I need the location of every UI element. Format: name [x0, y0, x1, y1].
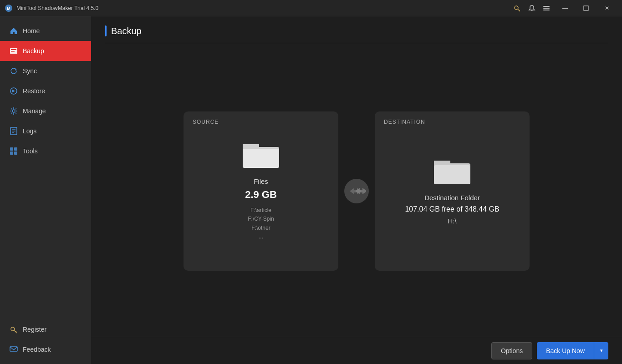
sidebar-label-sync: Sync: [23, 67, 37, 75]
sidebar-label-logs: Logs: [23, 127, 36, 135]
sidebar-bottom: Register Feedback: [0, 319, 91, 364]
logs-icon: [9, 126, 18, 136]
sidebar-item-register[interactable]: Register: [0, 319, 91, 339]
dropdown-arrow-icon: ▾: [600, 348, 603, 354]
sidebar-item-sync[interactable]: Sync: [0, 61, 91, 81]
sidebar-item-backup[interactable]: Backup: [0, 41, 91, 61]
svg-rect-29: [243, 149, 279, 168]
key-icon[interactable]: [511, 2, 524, 15]
destination-free: 107.04 GB free of 348.44 GB: [405, 205, 499, 213]
svg-rect-19: [10, 147, 13, 151]
source-name: Files: [254, 177, 268, 185]
sidebar-item-restore[interactable]: Restore: [0, 81, 91, 101]
backup-dropdown-button[interactable]: ▾: [594, 342, 608, 359]
window-controls: — ✕: [555, 0, 617, 16]
svg-point-14: [12, 110, 15, 112]
app-logo-icon: M: [5, 4, 13, 12]
source-label: SOURCE: [193, 119, 219, 125]
home-icon: [9, 26, 18, 35]
content-area: Backup SOURCE Files 2.9: [91, 16, 622, 337]
sidebar-item-tools[interactable]: Tools: [0, 141, 91, 161]
svg-rect-11: [11, 49, 16, 50]
source-size: 2.9 GB: [245, 189, 277, 201]
svg-rect-8: [543, 10, 550, 10]
bottom-bar: Options Back Up Now ▾: [91, 337, 622, 364]
svg-rect-22: [14, 152, 17, 155]
sidebar-label-home: Home: [23, 27, 40, 35]
options-button[interactable]: Options: [491, 342, 532, 359]
sidebar: Home Backup Sync: [0, 16, 91, 364]
tools-icon: [9, 147, 18, 156]
app-title: MiniTool ShadowMaker Trial 4.5.0: [16, 5, 98, 11]
menu-icon[interactable]: [540, 2, 553, 15]
backup-area: SOURCE Files 2.9 GB F:\article F:\CY-Sp: [105, 54, 608, 328]
destination-label: DESTINATION: [384, 119, 425, 125]
destination-name: Destination Folder: [424, 194, 480, 202]
page-title: Backup: [111, 26, 142, 36]
close-button[interactable]: ✕: [597, 0, 617, 16]
feedback-icon: [9, 345, 18, 354]
register-icon: [9, 325, 18, 334]
sidebar-item-feedback[interactable]: Feedback: [0, 339, 91, 359]
sidebar-item-home[interactable]: Home: [0, 21, 91, 41]
title-bar-left: M MiniTool ShadowMaker Trial 4.5.0: [5, 4, 98, 12]
restore-button[interactable]: [576, 0, 597, 16]
source-paths: F:\article F:\CY-Spin F:\other ...: [248, 206, 274, 241]
svg-rect-7: [543, 8, 550, 9]
sidebar-item-manage[interactable]: Manage: [0, 101, 91, 121]
main-layout: Home Backup Sync: [0, 16, 622, 364]
svg-rect-32: [434, 165, 470, 184]
arrow-icon: [344, 179, 369, 203]
manage-icon: [9, 106, 18, 116]
backup-now-button[interactable]: Back Up Now: [537, 342, 594, 359]
notification-icon[interactable]: [525, 2, 538, 15]
page-header: Backup: [105, 25, 608, 43]
destination-drive: H:\: [448, 217, 456, 225]
sidebar-label-tools: Tools: [23, 147, 38, 155]
sidebar-label-backup: Backup: [23, 47, 44, 55]
svg-rect-12: [11, 51, 15, 52]
arrow-area: [338, 179, 375, 203]
backup-now-group: Back Up Now ▾: [537, 342, 608, 359]
svg-rect-20: [14, 147, 17, 151]
sync-icon: [9, 66, 18, 76]
svg-point-23: [11, 327, 15, 331]
minimize-button[interactable]: —: [555, 0, 576, 16]
sidebar-label-register: Register: [23, 326, 46, 333]
destination-card[interactable]: DESTINATION Destination Folder 107.04 GB…: [375, 111, 530, 271]
header-accent-bar: [105, 25, 107, 36]
backup-icon: [9, 46, 18, 56]
svg-rect-6: [543, 6, 550, 7]
sidebar-label-feedback: Feedback: [23, 346, 51, 353]
source-folder-icon: [243, 141, 279, 170]
destination-folder-icon: [434, 157, 470, 187]
svg-rect-21: [10, 152, 13, 155]
restore-icon: [9, 86, 18, 96]
sidebar-item-logs[interactable]: Logs: [0, 121, 91, 141]
svg-line-25: [15, 331, 16, 332]
svg-point-2: [515, 6, 518, 10]
source-card[interactable]: SOURCE Files 2.9 GB F:\article F:\CY-Sp: [184, 111, 338, 271]
title-bar: M MiniTool ShadowMaker Trial 4.5.0: [0, 0, 622, 16]
svg-line-4: [519, 10, 520, 10]
sidebar-label-manage: Manage: [23, 107, 46, 115]
sidebar-label-restore: Restore: [23, 87, 45, 95]
svg-rect-9: [584, 6, 588, 10]
svg-text:M: M: [7, 6, 10, 11]
